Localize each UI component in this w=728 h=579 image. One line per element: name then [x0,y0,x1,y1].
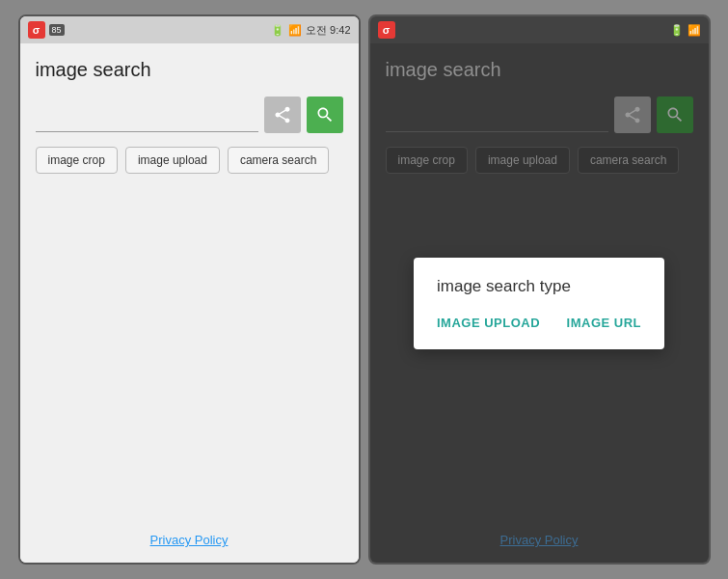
app-icon: σ [28,21,45,39]
share-button-left[interactable] [264,96,301,133]
image-upload-btn-left[interactable]: image upload [125,147,220,174]
phone-right: σ 🔋 📶 image search [368,14,711,565]
search-icon-left [315,105,335,124]
status-bar-left: σ 85 🔋 📶 오전 9:42 [20,16,359,43]
app-container: σ 85 🔋 📶 오전 9:42 image search [9,5,720,574]
status-right-icons: 🔋 📶 오전 9:42 [271,23,350,38]
app-title-left: image search [36,59,343,81]
status-left-icons: σ 85 [28,21,65,39]
dialog: image search type IMAGE UPLOAD IMAGE URL [414,258,664,349]
camera-search-btn-left[interactable]: camera search [228,147,329,174]
search-button-left[interactable] [307,96,343,133]
wifi-icon-right: 📶 [688,24,701,37]
status-right-right-icons: 🔋 📶 [670,24,701,37]
dialog-overlay: image search type IMAGE UPLOAD IMAGE URL [370,43,709,563]
image-crop-btn-left[interactable]: image crop [36,147,118,174]
battery-icon-right: 🔋 [670,24,684,37]
action-buttons-left: image crop image upload camera search [36,147,343,174]
app-icon-right: σ [378,21,395,39]
image-upload-dialog-btn[interactable]: IMAGE UPLOAD [437,312,540,334]
dialog-title: image search type [437,277,641,296]
wifi-icon: 📶 [288,24,302,37]
search-bar-left [36,96,343,133]
privacy-link-left[interactable]: Privacy Policy [36,533,343,547]
status-bar-right: σ 🔋 📶 [370,16,709,43]
time-display: 오전 9:42 [306,23,350,38]
status-right-left-icons: σ [378,21,395,39]
image-url-dialog-btn[interactable]: IMAGE URL [567,312,641,334]
phone-left: σ 85 🔋 📶 오전 9:42 image search [18,14,361,565]
dialog-actions: IMAGE UPLOAD IMAGE URL [437,312,641,334]
search-input-left[interactable] [36,97,258,132]
app-content-right: image search image crop image upload cam [370,43,709,563]
app-content-left: image search image crop image upload cam [20,43,359,563]
battery-icon: 🔋 [271,24,284,37]
share-icon [273,105,292,124]
badge: 85 [49,24,65,36]
